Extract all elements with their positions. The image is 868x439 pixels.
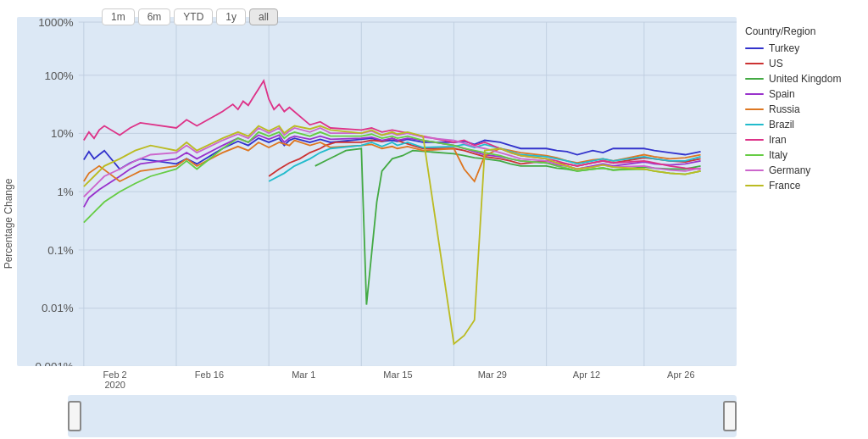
chart-svg: 1000% 100% 10% 1% 0.1% 0.01% 0.001% — [17, 17, 737, 366]
x-tick-feb16: Feb 16 — [162, 370, 256, 390]
btn-1m[interactable]: 1m — [102, 8, 135, 25]
chart-and-legend: 1000% 100% 10% 1% 0.1% 0.01% 0.001% — [17, 17, 868, 439]
svg-text:10%: 10% — [51, 127, 74, 140]
legend-line-turkey — [745, 47, 764, 49]
time-buttons: 1m 6m YTD 1y all — [102, 8, 278, 25]
range-slider[interactable] — [68, 395, 737, 437]
legend-line-russia — [745, 108, 764, 110]
x-axis-ticks: Feb 22020 Feb 16 Mar 1 Mar 15 Mar 29 Apr… — [17, 366, 728, 392]
x-tick-mar1: Mar 1 — [257, 370, 351, 390]
x-tick-apr26: Apr 26 — [634, 370, 728, 390]
legend-label-spain: Spain — [769, 88, 795, 100]
legend-label-germany: Germany — [769, 164, 810, 176]
btn-6m[interactable]: 6m — [138, 8, 171, 25]
svg-text:0.1%: 0.1% — [47, 244, 74, 257]
legend-label-italy: Italy — [769, 149, 787, 161]
svg-text:0.01%: 0.01% — [42, 302, 74, 314]
legend-label-france: France — [769, 180, 800, 192]
legend-line-germany — [745, 169, 764, 171]
legend-label-us: US — [769, 58, 783, 69]
line-uk — [315, 148, 701, 304]
y-axis-label: Percentage Change — [0, 42, 17, 405]
legend-label-brazil: Brazil — [769, 119, 794, 131]
legend-item-us: US — [745, 58, 860, 69]
legend-line-uk — [745, 78, 764, 80]
legend-item-germany: Germany — [745, 164, 860, 176]
legend-title: Country/Region — [745, 25, 860, 37]
legend-item-brazil: Brazil — [745, 119, 860, 131]
range-slider-right-handle[interactable] — [723, 401, 737, 431]
legend-item-spain: Spain — [745, 88, 860, 100]
legend-item-france: France — [745, 180, 860, 192]
legend-item-iran: Iran — [745, 134, 860, 146]
btn-1y[interactable]: 1y — [216, 8, 246, 25]
btn-ytd[interactable]: YTD — [174, 8, 213, 25]
svg-text:1%: 1% — [57, 186, 73, 198]
svg-text:100%: 100% — [45, 69, 74, 82]
legend-item-italy: Italy — [745, 149, 860, 161]
legend-line-spain — [745, 93, 764, 95]
legend-item-russia: Russia — [745, 103, 860, 115]
legend-line-iran — [745, 139, 764, 141]
x-tick-apr12: Apr 12 — [539, 370, 633, 390]
legend-line-france — [745, 185, 764, 186]
legend-label-uk: United Kingdom — [769, 73, 841, 85]
svg-text:0.001%: 0.001% — [35, 360, 73, 366]
legend-label-turkey: Turkey — [769, 42, 799, 54]
legend-label-iran: Iran — [769, 134, 787, 146]
legend-line-italy — [745, 154, 764, 156]
btn-all[interactable]: all — [249, 8, 278, 25]
svg-text:1000%: 1000% — [38, 17, 74, 29]
x-tick-feb2: Feb 22020 — [68, 370, 162, 390]
main-area: Percentage Change — [0, 17, 868, 439]
range-slider-left-handle[interactable] — [68, 401, 81, 431]
legend-item-uk: United Kingdom — [745, 73, 860, 85]
legend: Country/Region Turkey US United Kingdom … — [737, 17, 868, 439]
x-tick-mar29: Mar 29 — [445, 370, 539, 390]
legend-label-russia: Russia — [769, 103, 800, 115]
chart-plot-area: 1000% 100% 10% 1% 0.1% 0.01% 0.001% — [17, 17, 737, 439]
legend-line-us — [745, 63, 764, 64]
chart-container: 1m 6m YTD 1y all Percentage Change — [0, 0, 868, 439]
legend-line-brazil — [745, 124, 764, 125]
x-tick-mar15: Mar 15 — [351, 370, 445, 390]
legend-item-turkey: Turkey — [745, 42, 860, 54]
